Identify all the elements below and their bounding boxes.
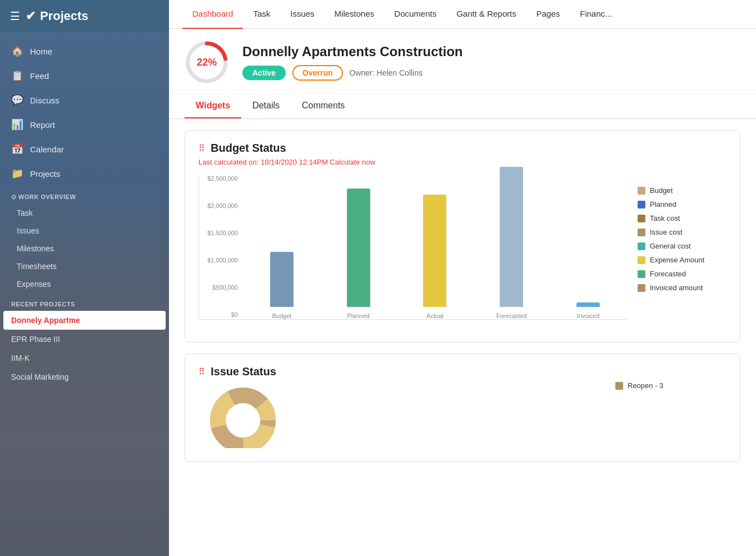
legend-color-expense bbox=[638, 256, 645, 264]
sidebar-item-projects-label: Projects bbox=[30, 169, 60, 178]
bar-group-planned: Planned bbox=[320, 188, 397, 319]
calendar-icon: 📅 bbox=[11, 143, 23, 155]
sidebar-item-feed-label: Feed bbox=[30, 71, 49, 81]
budget-widget-header: ⠿ Budget Status bbox=[198, 142, 727, 155]
project-header: 22% Donnelly Apartments Construction Act… bbox=[169, 29, 756, 94]
work-overview-title: ⊙ WORK OVERVIEW bbox=[0, 186, 169, 204]
widgets-area: ⠿ Budget Status Last calculated on: 10/1… bbox=[169, 119, 756, 556]
budget-grip-icon: ⠿ bbox=[198, 143, 205, 153]
budget-chart-container: $2,500,000 $2,000,000 $1,500,000 $1,000,… bbox=[198, 175, 727, 331]
top-nav-task[interactable]: Task bbox=[243, 0, 280, 29]
legend-budget: Budget bbox=[638, 186, 727, 195]
legend-label-budget: Budget bbox=[650, 186, 673, 195]
sidebar-item-home-label: Home bbox=[30, 47, 52, 56]
top-nav-pages[interactable]: Pages bbox=[526, 0, 570, 29]
progress-label: 22% bbox=[197, 57, 217, 68]
sidebar-item-projects[interactable]: 📁 Projects bbox=[0, 161, 169, 186]
bar-group-invoiced: Invoiced bbox=[550, 302, 626, 319]
bar-group-forecasted: Forecasted bbox=[473, 167, 550, 319]
hamburger-icon[interactable]: ☰ bbox=[10, 9, 20, 23]
issue-widget: ⠿ Issue Status Reopen - 3 bbox=[185, 354, 740, 462]
sidebar-item-discuss-label: Discuss bbox=[30, 96, 59, 105]
legend-label-task-cost: Task cost bbox=[650, 214, 680, 222]
sidebar-item-calendar-label: Calendar bbox=[30, 145, 64, 154]
project-title: Donnelly Apartments Construction bbox=[242, 44, 740, 59]
recent-project-epr[interactable]: EPR Phase III bbox=[0, 330, 169, 349]
budget-chart-area: $2,500,000 $2,000,000 $1,500,000 $1,000,… bbox=[198, 175, 626, 331]
bar-label-budget: Budget bbox=[272, 312, 291, 319]
tab-details[interactable]: Details bbox=[241, 94, 291, 118]
tab-comments[interactable]: Comments bbox=[291, 94, 356, 118]
overrun-badge: Overrun bbox=[292, 65, 342, 81]
y-label-1500k: $1,500,000 bbox=[199, 230, 242, 236]
recent-project-social[interactable]: Social Marketing bbox=[0, 368, 169, 386]
issue-bottom: Reopen - 3 bbox=[198, 381, 727, 450]
logo-check-icon: ✔ bbox=[26, 9, 36, 23]
y-label-500k: $500,000 bbox=[199, 284, 242, 291]
legend-label-invoiced: Invoiced amount bbox=[650, 284, 703, 292]
issue-widget-title: Issue Status bbox=[211, 365, 276, 378]
legend-general-cost: General cost bbox=[638, 242, 727, 250]
legend-color-reopen bbox=[615, 382, 623, 390]
budget-widget-subtitle: Last calculated on: 10/14/2020 12:14PM C… bbox=[198, 158, 727, 166]
sidebar-sub-timesheets[interactable]: Timesheets bbox=[0, 257, 169, 275]
legend-task-cost: Task cost bbox=[638, 214, 727, 222]
sidebar-item-feed[interactable]: 📋 Feed bbox=[0, 63, 169, 88]
budget-chart-legend: Budget Planned Task cost Issue cost bbox=[638, 175, 727, 331]
sidebar-logo: ✔ Projects bbox=[26, 9, 88, 23]
active-badge: Active bbox=[242, 66, 286, 80]
bar-label-actual: Actual bbox=[426, 312, 444, 319]
issue-chart-area bbox=[198, 381, 604, 450]
legend-color-forecasted bbox=[638, 270, 645, 278]
legend-color-issue-cost bbox=[638, 229, 645, 236]
top-nav-gantt[interactable]: Gantt & Reports bbox=[446, 0, 526, 29]
y-label-1000k: $1,000,000 bbox=[199, 257, 242, 264]
y-label-2000k: $2,000,000 bbox=[199, 202, 242, 209]
budget-widget-title: Budget Status bbox=[211, 142, 286, 155]
sidebar-item-calendar[interactable]: 📅 Calendar bbox=[0, 137, 169, 161]
sidebar-item-discuss[interactable]: 💬 Discuss bbox=[0, 88, 169, 112]
sidebar: ☰ ✔ Projects 🏠 Home 📋 Feed 💬 Discuss 📊 R… bbox=[0, 0, 169, 556]
top-nav-milestones[interactable]: Milestones bbox=[325, 0, 385, 29]
top-nav-financ[interactable]: Financ... bbox=[570, 0, 622, 29]
project-badges: Active Overrun Owner: Helen Collins bbox=[242, 65, 740, 81]
work-overview-section-label: ⊙ WORK OVERVIEW bbox=[11, 193, 76, 200]
issue-legend: Reopen - 3 bbox=[615, 381, 727, 450]
y-label-2500k: $2,500,000 bbox=[199, 175, 242, 182]
feed-icon: 📋 bbox=[11, 70, 23, 82]
app-name: Projects bbox=[40, 9, 88, 23]
top-nav: Dashboard Task Issues Milestones Documen… bbox=[169, 0, 756, 29]
bar-budget bbox=[270, 252, 294, 307]
content-tabs: Widgets Details Comments bbox=[169, 94, 756, 119]
sidebar-sub-issues[interactable]: Issues bbox=[0, 222, 169, 240]
calculate-now-link[interactable]: Calculate now bbox=[330, 158, 375, 166]
recent-project-donnely[interactable]: Donnely Appartme bbox=[3, 311, 166, 330]
legend-planned: Planned bbox=[638, 200, 727, 209]
sidebar-nav: 🏠 Home 📋 Feed 💬 Discuss 📊 Report 📅 Calen… bbox=[0, 32, 169, 556]
tab-widgets[interactable]: Widgets bbox=[185, 94, 241, 118]
bar-invoiced bbox=[576, 302, 600, 307]
legend-color-task-cost bbox=[638, 215, 645, 222]
bar-group-budget: Budget bbox=[243, 252, 320, 319]
legend-color-budget bbox=[638, 187, 645, 195]
top-nav-issues[interactable]: Issues bbox=[280, 0, 324, 29]
budget-widget: ⠿ Budget Status Last calculated on: 10/1… bbox=[185, 130, 740, 342]
sidebar-item-report-label: Report bbox=[30, 120, 55, 130]
sidebar-item-report[interactable]: 📊 Report bbox=[0, 112, 169, 137]
recent-projects-title: RECENT PROJECTS bbox=[0, 293, 169, 311]
sidebar-sub-milestones[interactable]: Milestones bbox=[0, 240, 169, 257]
top-nav-documents[interactable]: Documents bbox=[384, 0, 446, 29]
legend-forecasted: Forecasted bbox=[638, 270, 727, 278]
progress-ring: 22% bbox=[185, 40, 229, 85]
top-nav-dashboard[interactable]: Dashboard bbox=[182, 0, 243, 29]
sidebar-item-home[interactable]: 🏠 Home bbox=[0, 39, 169, 63]
legend-label-planned: Planned bbox=[650, 200, 677, 209]
report-icon: 📊 bbox=[11, 118, 23, 131]
issue-grip-icon: ⠿ bbox=[198, 366, 205, 377]
bar-label-invoiced: Invoiced bbox=[577, 312, 600, 319]
sidebar-header: ☰ ✔ Projects bbox=[0, 0, 169, 32]
recent-project-iimk[interactable]: IIM-K bbox=[0, 349, 169, 368]
sidebar-sub-task[interactable]: Task bbox=[0, 204, 169, 222]
sidebar-sub-expenses[interactable]: Expenses bbox=[0, 275, 169, 293]
y-label-0: $0 bbox=[199, 311, 242, 318]
